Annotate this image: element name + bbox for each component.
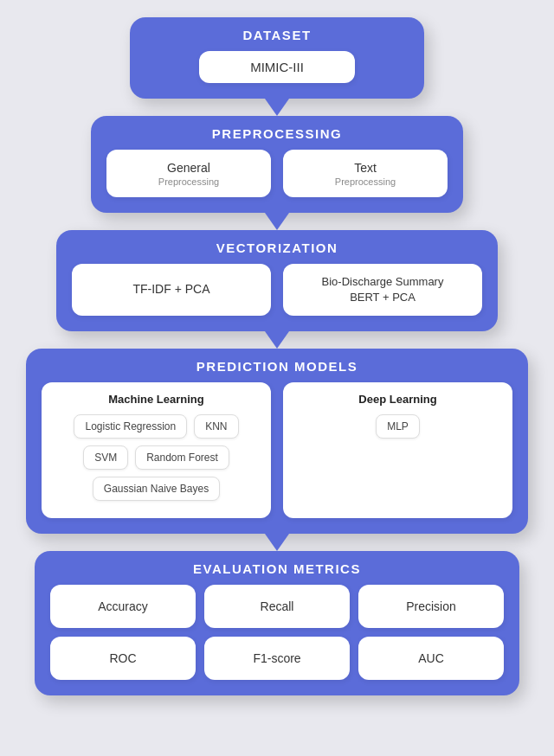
ml-row-3: Gaussian Naive Bayes (54, 477, 259, 501)
prediction-row: Machine Learning Logistic Regression KNN… (42, 382, 512, 518)
ml-row-2: SVM Random Forest (54, 445, 259, 470)
ml-box: Machine Learning Logistic Regression KNN… (42, 382, 271, 518)
eval-recall: Recall (204, 585, 350, 628)
dataset-title: DATASET (145, 28, 409, 42)
dl-row-1: MLP (295, 414, 500, 439)
eval-auc: AUC (358, 637, 504, 680)
pill-rf: Random Forest (135, 445, 229, 470)
arrow-1 (265, 99, 289, 116)
vectorization-bert: Bio-Discharge Summary BERT + PCA (283, 264, 482, 316)
preprocessing-general-label: General (167, 161, 210, 175)
preprocessing-item-text: Text Preprocessing (283, 150, 448, 197)
vectorization-block: VECTORIZATION TF-IDF + PCA Bio-Discharge… (56, 230, 498, 331)
prediction-block: PREDICTION MODELS Machine Learning Logis… (26, 349, 528, 534)
eval-roc: ROC (50, 637, 196, 680)
preprocessing-block: PREPROCESSING General Preprocessing Text… (91, 116, 463, 213)
evaluation-grid: Accuracy Recall Precision ROC F1-score A… (50, 585, 504, 680)
dataset-value: MIMIC-III (199, 51, 355, 83)
eval-accuracy: Accuracy (50, 585, 196, 628)
arrow-2 (265, 213, 289, 230)
dl-title: Deep Learning (295, 393, 500, 406)
arrow-4 (265, 534, 289, 551)
ml-title: Machine Learning (54, 393, 259, 406)
vectorization-tfidf: TF-IDF + PCA (72, 264, 271, 316)
eval-precision: Precision (358, 585, 504, 628)
evaluation-block: EVALUATION METRICS Accuracy Recall Preci… (35, 551, 519, 695)
preprocessing-row: General Preprocessing Text Preprocessing (106, 150, 448, 197)
vectorization-title: VECTORIZATION (72, 240, 482, 255)
preprocessing-general-sub: Preprocessing (158, 176, 219, 187)
main-diagram: DATASET MIMIC-III PREPROCESSING General … (26, 17, 528, 695)
preprocessing-item-general: General Preprocessing (106, 150, 271, 197)
arrow-3 (265, 331, 289, 349)
preprocessing-text-sub: Preprocessing (335, 176, 396, 187)
pill-mlp: MLP (376, 414, 420, 439)
pill-gnb: Gaussian Naive Bayes (93, 477, 220, 501)
preprocessing-title: PREPROCESSING (106, 126, 448, 141)
evaluation-title: EVALUATION METRICS (50, 561, 504, 576)
ml-row-1: Logistic Regression KNN (54, 414, 259, 439)
pill-svm: SVM (83, 445, 128, 470)
eval-f1: F1-score (204, 637, 350, 680)
pill-lr: Logistic Regression (74, 414, 187, 439)
vectorization-row: TF-IDF + PCA Bio-Discharge Summary BERT … (72, 264, 482, 316)
pill-knn: KNN (194, 414, 238, 439)
dataset-block: DATASET MIMIC-III (130, 17, 424, 99)
prediction-title: PREDICTION MODELS (42, 359, 512, 374)
dl-box: Deep Learning MLP (283, 382, 512, 518)
preprocessing-text-label: Text (354, 161, 377, 175)
